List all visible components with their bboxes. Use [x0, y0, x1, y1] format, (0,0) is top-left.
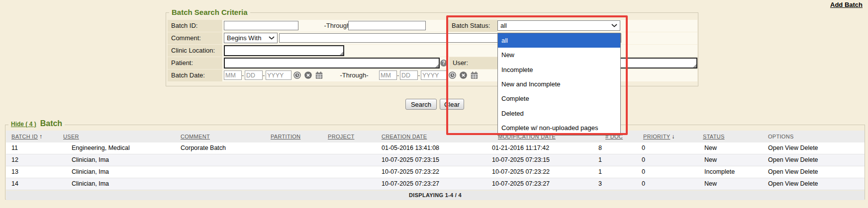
batch-date-to-day-input[interactable] [400, 70, 418, 80]
cell-priority: 0 [642, 154, 645, 166]
hide-link[interactable]: Hide ( 4 ) [11, 121, 36, 128]
clear-button[interactable]: Clear [440, 99, 464, 110]
cell-modification-date: 10-07-2025 07:23:22 [492, 166, 550, 178]
cell-user: Clinician, Ima [72, 178, 109, 190]
cell-user: Clinician, Ima [72, 166, 109, 178]
cell-options: Open View Delete [768, 154, 818, 166]
view-link[interactable]: View [785, 180, 798, 187]
calendar-icon[interactable] [315, 71, 323, 79]
date-separator: - [242, 71, 244, 79]
batch-status-selected-value: all [500, 22, 507, 29]
clear-date-icon[interactable] [460, 71, 467, 79]
sort-descending-icon: ↓ [672, 131, 675, 142]
column-header-creation-date[interactable]: CREATION DATE [382, 131, 427, 142]
batch-status-select[interactable]: all [497, 20, 620, 31]
cell-doc-count: 8 [598, 142, 602, 154]
chevron-down-icon [611, 24, 617, 27]
cell-doc-count: 1 [598, 166, 602, 178]
batch-results-panel: Hide ( 4 ) Batch BATCH ID↑USERCOMMENTPAR… [5, 125, 865, 200]
dropdown-option-complete[interactable]: Complete [498, 91, 620, 106]
column-header-label: PRIORITY [643, 134, 670, 139]
column-header-batch-id[interactable]: BATCH ID↑ [11, 131, 42, 142]
cell-user: Clinician, Ima [72, 154, 109, 166]
calendar-icon[interactable] [471, 71, 478, 79]
column-header-user[interactable]: USER [63, 131, 79, 142]
cell-doc-count: 3 [598, 178, 602, 190]
dropdown-option-new[interactable]: New [498, 48, 620, 62]
batch-id-from-input[interactable] [224, 21, 298, 30]
table-footer: DISPLAYING 1-4 / 4 [6, 191, 865, 200]
cell-priority: 0 [642, 166, 645, 178]
batch-date-to-month-input[interactable] [379, 70, 397, 80]
comment-match-value: Begins With [227, 34, 261, 42]
view-link[interactable]: View [785, 144, 798, 151]
batch-date-from-day-input[interactable] [245, 70, 263, 80]
cell-batch-id: 11 [11, 142, 18, 154]
table-row: 12Clinician, Ima10-07-2025 07:23:1510-07… [6, 154, 865, 166]
batch-date-from-month-input[interactable] [224, 70, 242, 80]
column-header-status[interactable]: STATUS [703, 131, 725, 142]
batch-status-label: Batch Status: [448, 20, 497, 32]
cell-modification-date: 01-21-2016 11:17:42 [492, 142, 549, 154]
dropdown-option-all[interactable]: all [498, 33, 620, 48]
date-separator: - [418, 71, 420, 79]
cell-status: New [704, 142, 717, 154]
delete-link[interactable]: Delete [800, 156, 818, 163]
cell-batch-id: 12 [11, 154, 18, 166]
open-link[interactable]: Open [768, 180, 783, 187]
clock-icon[interactable] [449, 71, 456, 79]
clinic-location-input[interactable] [225, 46, 343, 55]
delete-link[interactable]: Delete [800, 180, 818, 187]
batch-id-label: Batch ID: [168, 20, 222, 32]
cell-creation-date: 01-05-2016 13:41:08 [382, 142, 439, 154]
comment-match-select[interactable]: Begins With [224, 33, 278, 43]
cell-options: Open View Delete [768, 178, 818, 190]
search-panel-title: Batch Search Criteria [169, 8, 250, 16]
user-label: User: [449, 57, 497, 69]
batch-status-listbox: allNewIncompleteNew and IncompleteComple… [497, 33, 621, 136]
batch-date-from-year-input[interactable] [266, 70, 291, 80]
column-header-comment[interactable]: COMMENT [181, 131, 210, 142]
table-row: 11Engineering, MedicalCorporate Batch01-… [6, 142, 865, 154]
batch-id-row: Batch ID: -Through- Batch Status: all [168, 20, 697, 32]
open-link[interactable]: Open [768, 144, 783, 151]
column-header-label: PARTITION [271, 134, 300, 139]
column-header-project[interactable]: PROJECT [328, 131, 354, 142]
help-icon[interactable]: ? [440, 60, 447, 67]
clear-date-icon[interactable] [304, 71, 312, 79]
cell-comment: Corporate Batch [181, 142, 226, 154]
cell-status: New [704, 178, 717, 190]
column-header-label: BATCH ID [11, 134, 38, 139]
cell-batch-id: 14 [11, 178, 18, 190]
clock-icon[interactable] [293, 71, 301, 79]
search-button[interactable]: Search [405, 99, 437, 110]
delete-link[interactable]: Delete [800, 144, 818, 151]
cell-priority: 0 [642, 178, 645, 190]
patient-label: Patient: [168, 57, 222, 69]
column-header-options: OPTIONS [768, 131, 794, 142]
batch-id-to-input[interactable] [348, 21, 426, 30]
batch-table-title: Batch [40, 119, 62, 128]
clinic-location-label: Clinic Location: [168, 45, 222, 57]
dropdown-option-incomplete[interactable]: Incomplete [498, 63, 620, 77]
chevron-down-icon [269, 36, 275, 40]
cell-status: Incomplete [704, 166, 735, 178]
view-link[interactable]: View [785, 156, 798, 163]
open-link[interactable]: Open [768, 156, 783, 163]
batch-date-to-year-input[interactable] [421, 70, 447, 80]
dropdown-option-deleted[interactable]: Deleted [498, 106, 620, 120]
patient-input[interactable] [225, 59, 439, 68]
dropdown-option-new-and-incomplete[interactable]: New and Incomplete [498, 77, 620, 91]
view-link[interactable]: View [785, 168, 798, 175]
column-header-priority[interactable]: PRIORITY↓ [643, 131, 675, 142]
delete-link[interactable]: Delete [800, 168, 818, 175]
cell-status: New [704, 154, 717, 166]
column-header-partition[interactable]: PARTITION [271, 131, 300, 142]
open-link[interactable]: Open [768, 168, 783, 175]
cell-modification-date: 10-07-2025 07:23:15 [492, 154, 550, 166]
cell-options: Open View Delete [768, 166, 818, 178]
column-header-label: STATUS [703, 134, 725, 139]
dropdown-option-complete-w-non-uploaded-pages[interactable]: Complete w/ non-uploaded pages [498, 121, 620, 135]
table-body: 11Engineering, MedicalCorporate Batch01-… [6, 142, 865, 190]
add-batch-link[interactable]: Add Batch [830, 1, 863, 8]
